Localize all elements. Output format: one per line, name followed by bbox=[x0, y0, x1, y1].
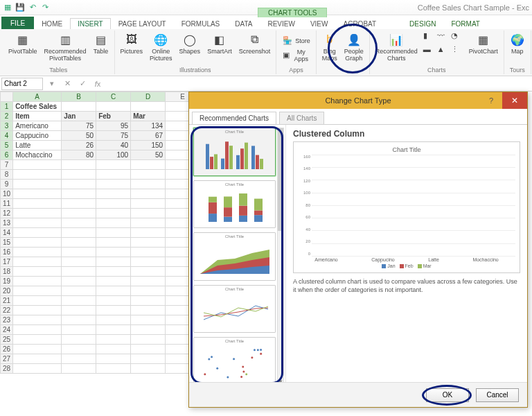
cell[interactable]: 26 bbox=[62, 141, 96, 150]
cell[interactable] bbox=[96, 277, 131, 286]
cell[interactable] bbox=[96, 325, 131, 335]
tab-view[interactable]: VIEW bbox=[303, 18, 336, 29]
cell[interactable] bbox=[62, 296, 96, 306]
name-box[interactable] bbox=[1, 78, 43, 90]
cell[interactable] bbox=[62, 354, 96, 364]
cell[interactable] bbox=[131, 102, 166, 112]
cell[interactable] bbox=[96, 315, 131, 325]
cell[interactable] bbox=[13, 325, 62, 335]
cell[interactable] bbox=[131, 306, 166, 315]
cell[interactable] bbox=[96, 354, 131, 364]
cell[interactable] bbox=[131, 364, 166, 374]
cell[interactable] bbox=[131, 296, 166, 306]
cell[interactable] bbox=[96, 180, 131, 189]
cell[interactable] bbox=[13, 277, 62, 286]
pivottable-button[interactable]: ▦PivotTable bbox=[7, 31, 39, 55]
cell[interactable] bbox=[62, 286, 96, 296]
tab-page-layout[interactable]: PAGE LAYOUT bbox=[111, 18, 174, 29]
cell[interactable]: Feb bbox=[96, 112, 131, 121]
tab-recommended-charts[interactable]: Recommended Charts bbox=[192, 112, 276, 124]
cell[interactable] bbox=[13, 345, 62, 354]
people-graph-button[interactable]: 👤People Graph bbox=[343, 31, 365, 62]
cell[interactable] bbox=[13, 248, 62, 257]
tab-review[interactable]: REVIEW bbox=[260, 18, 302, 29]
cell[interactable] bbox=[62, 277, 96, 286]
row-header[interactable]: 10 bbox=[1, 189, 13, 199]
cell[interactable] bbox=[62, 209, 96, 218]
cell[interactable] bbox=[131, 180, 166, 189]
map-button[interactable]: 🌍Map bbox=[508, 31, 526, 55]
row-header[interactable]: 15 bbox=[1, 238, 13, 248]
pictures-button[interactable]: 🖼Pictures bbox=[119, 31, 145, 55]
cell[interactable] bbox=[62, 238, 96, 248]
area-chart-icon[interactable]: ▲ bbox=[437, 45, 450, 58]
cell[interactable]: 75 bbox=[96, 131, 131, 141]
cell[interactable] bbox=[96, 296, 131, 306]
row-header[interactable]: 2 bbox=[1, 112, 13, 121]
cell[interactable] bbox=[13, 315, 62, 325]
cell[interactable] bbox=[131, 199, 166, 209]
close-icon[interactable]: ✕ bbox=[502, 92, 527, 109]
row-header[interactable]: 25 bbox=[1, 335, 13, 345]
cell[interactable] bbox=[96, 345, 131, 354]
cell[interactable] bbox=[131, 189, 166, 199]
scatter-chart-icon[interactable]: ⋮ bbox=[451, 45, 463, 58]
row-header[interactable]: 21 bbox=[1, 296, 13, 306]
cell[interactable] bbox=[13, 160, 62, 170]
namebox-dropdown-icon[interactable]: ▾ bbox=[46, 79, 58, 88]
cell[interactable] bbox=[96, 335, 131, 345]
bar-chart-icon[interactable]: ▬ bbox=[423, 45, 436, 58]
row-header[interactable]: 5 bbox=[1, 141, 13, 150]
cell[interactable] bbox=[131, 345, 166, 354]
row-header[interactable]: 28 bbox=[1, 364, 13, 374]
enter-formula-icon[interactable]: ✓ bbox=[76, 79, 89, 88]
cell[interactable] bbox=[62, 364, 96, 374]
cell[interactable] bbox=[13, 335, 62, 345]
cell[interactable] bbox=[96, 170, 131, 180]
cell[interactable] bbox=[96, 102, 131, 112]
cell[interactable] bbox=[13, 209, 62, 218]
cell[interactable] bbox=[96, 267, 131, 277]
store-button[interactable]: 🏪Store bbox=[281, 35, 312, 46]
smartart-button[interactable]: ◧SmartArt bbox=[206, 31, 233, 55]
screenshot-button[interactable]: ⧉Screenshot bbox=[238, 31, 272, 55]
cell[interactable] bbox=[62, 160, 96, 170]
cell[interactable]: 50 bbox=[131, 150, 166, 160]
table-button[interactable]: ▤Table bbox=[92, 31, 110, 55]
cell[interactable] bbox=[131, 257, 166, 267]
cell[interactable] bbox=[131, 228, 166, 238]
cell[interactable] bbox=[13, 180, 62, 189]
cell[interactable] bbox=[131, 335, 166, 345]
row-header[interactable]: 16 bbox=[1, 248, 13, 257]
cell[interactable] bbox=[13, 189, 62, 199]
row-header[interactable]: 3 bbox=[1, 121, 13, 131]
tab-design[interactable]: DESIGN bbox=[402, 18, 443, 29]
cell[interactable]: Cappucino bbox=[13, 131, 62, 141]
cell[interactable] bbox=[62, 170, 96, 180]
cancel-button[interactable]: Cancel bbox=[476, 388, 519, 402]
row-header[interactable]: 6 bbox=[1, 150, 13, 160]
recommended-pivottables-button[interactable]: ▥Recommended PivotTables bbox=[43, 31, 88, 62]
cell[interactable]: Latte bbox=[13, 141, 62, 150]
cell[interactable] bbox=[62, 228, 96, 238]
row-header[interactable]: 12 bbox=[1, 209, 13, 218]
cell[interactable] bbox=[62, 345, 96, 354]
cell[interactable] bbox=[13, 364, 62, 374]
cell[interactable] bbox=[62, 102, 96, 112]
bing-maps-button[interactable]: bBing Maps bbox=[321, 31, 339, 62]
cell[interactable] bbox=[131, 325, 166, 335]
fx-icon[interactable]: fx bbox=[91, 80, 104, 88]
cell[interactable] bbox=[96, 238, 131, 248]
undo-icon[interactable]: ↶ bbox=[28, 3, 37, 12]
cell[interactable] bbox=[131, 277, 166, 286]
cell[interactable]: 80 bbox=[62, 150, 96, 160]
cell[interactable]: Mochaccino bbox=[13, 150, 62, 160]
row-header[interactable]: 8 bbox=[1, 170, 13, 180]
cell[interactable] bbox=[131, 267, 166, 277]
row-header[interactable]: 1 bbox=[1, 102, 13, 112]
cell[interactable] bbox=[62, 267, 96, 277]
cell[interactable]: 100 bbox=[96, 150, 131, 160]
cell[interactable] bbox=[62, 335, 96, 345]
cell[interactable] bbox=[131, 209, 166, 218]
cell[interactable] bbox=[96, 306, 131, 315]
